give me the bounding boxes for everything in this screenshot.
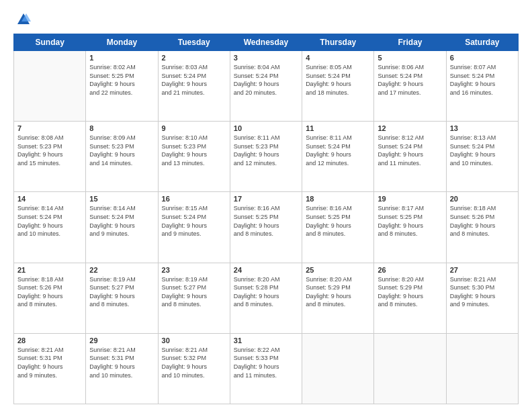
calendar-cell: 30Sunrise: 8:21 AM Sunset: 5:32 PM Dayli… [158,333,230,404]
day-info: Sunrise: 8:13 AM Sunset: 5:24 PM Dayligh… [450,134,515,167]
day-header-thursday: Thursday [302,34,374,51]
day-number: 15 [89,195,154,203]
calendar-cell: 28Sunrise: 8:21 AM Sunset: 5:31 PM Dayli… [14,333,86,404]
day-info: Sunrise: 8:20 AM Sunset: 5:29 PM Dayligh… [378,275,442,309]
day-number: 3 [234,54,298,62]
day-number: 4 [306,54,370,62]
calendar-cell: 3Sunrise: 8:04 AM Sunset: 5:24 PM Daylig… [230,51,302,122]
calendar-cell: 24Sunrise: 8:20 AM Sunset: 5:28 PM Dayli… [230,263,302,333]
calendar-cell: 5Sunrise: 8:06 AM Sunset: 5:24 PM Daylig… [374,51,446,122]
day-info: Sunrise: 8:07 AM Sunset: 5:24 PM Dayligh… [450,63,515,97]
day-info: Sunrise: 8:18 AM Sunset: 5:26 PM Dayligh… [450,204,515,238]
calendar-cell: 12Sunrise: 8:12 AM Sunset: 5:24 PM Dayli… [374,122,446,192]
day-header-friday: Friday [374,34,446,51]
day-header-monday: Monday [86,34,158,51]
day-number: 10 [234,124,298,132]
calendar-cell: 11Sunrise: 8:11 AM Sunset: 5:24 PM Dayli… [302,122,374,192]
day-info: Sunrise: 8:15 AM Sunset: 5:24 PM Dayligh… [162,204,226,238]
day-info: Sunrise: 8:03 AM Sunset: 5:24 PM Dayligh… [162,63,226,97]
calendar-cell: 10Sunrise: 8:11 AM Sunset: 5:23 PM Dayli… [230,122,302,192]
day-number: 31 [234,336,298,345]
calendar-cell [374,333,446,404]
day-info: Sunrise: 8:11 AM Sunset: 5:24 PM Dayligh… [306,134,370,167]
calendar-cell: 15Sunrise: 8:14 AM Sunset: 5:24 PM Dayli… [86,192,158,263]
day-number: 8 [89,124,154,132]
page: SundayMondayTuesdayWednesdayThursdayFrid… [0,0,532,411]
calendar-cell: 26Sunrise: 8:20 AM Sunset: 5:29 PM Dayli… [374,263,446,333]
calendar-week-row: 14Sunrise: 8:14 AM Sunset: 5:24 PM Dayli… [14,192,519,263]
day-info: Sunrise: 8:05 AM Sunset: 5:24 PM Dayligh… [306,63,370,97]
calendar-cell: 31Sunrise: 8:22 AM Sunset: 5:33 PM Dayli… [230,333,302,404]
calendar-cell: 16Sunrise: 8:15 AM Sunset: 5:24 PM Dayli… [158,192,230,263]
day-info: Sunrise: 8:02 AM Sunset: 5:25 PM Dayligh… [89,63,154,97]
calendar-table: SundayMondayTuesdayWednesdayThursdayFrid… [13,34,519,404]
day-number: 1 [89,54,154,62]
day-info: Sunrise: 8:19 AM Sunset: 5:27 PM Dayligh… [89,275,154,309]
day-number: 5 [378,54,442,62]
calendar-week-row: 28Sunrise: 8:21 AM Sunset: 5:31 PM Dayli… [14,333,519,404]
day-number: 9 [162,124,226,132]
calendar-cell: 23Sunrise: 8:19 AM Sunset: 5:27 PM Dayli… [158,263,230,333]
day-header-saturday: Saturday [446,34,518,51]
calendar-cell: 8Sunrise: 8:09 AM Sunset: 5:23 PM Daylig… [86,122,158,192]
day-info: Sunrise: 8:04 AM Sunset: 5:24 PM Dayligh… [234,63,298,97]
calendar-cell: 1Sunrise: 8:02 AM Sunset: 5:25 PM Daylig… [86,51,158,122]
day-info: Sunrise: 8:14 AM Sunset: 5:24 PM Dayligh… [89,204,154,238]
calendar-cell: 20Sunrise: 8:18 AM Sunset: 5:26 PM Dayli… [446,192,518,263]
day-number: 25 [306,266,370,274]
day-number: 19 [378,195,442,203]
calendar-cell: 13Sunrise: 8:13 AM Sunset: 5:24 PM Dayli… [446,122,518,192]
day-number: 29 [89,336,154,345]
day-number: 16 [162,195,226,203]
day-header-tuesday: Tuesday [158,34,230,51]
day-info: Sunrise: 8:21 AM Sunset: 5:31 PM Dayligh… [89,346,154,379]
logo-icon [16,12,31,27]
logo [13,12,31,27]
calendar-cell [302,333,374,404]
calendar-cell: 17Sunrise: 8:16 AM Sunset: 5:25 PM Dayli… [230,192,302,263]
day-number: 13 [450,124,515,132]
day-number: 20 [450,195,515,203]
header [13,12,519,27]
calendar-cell: 21Sunrise: 8:18 AM Sunset: 5:26 PM Dayli… [14,263,86,333]
day-number: 27 [450,266,515,274]
day-info: Sunrise: 8:18 AM Sunset: 5:26 PM Dayligh… [17,275,82,309]
day-number: 23 [162,266,226,274]
calendar-header-row: SundayMondayTuesdayWednesdayThursdayFrid… [14,34,519,51]
day-info: Sunrise: 8:21 AM Sunset: 5:30 PM Dayligh… [450,275,515,309]
day-header-sunday: Sunday [14,34,86,51]
calendar-cell: 4Sunrise: 8:05 AM Sunset: 5:24 PM Daylig… [302,51,374,122]
day-info: Sunrise: 8:09 AM Sunset: 5:23 PM Dayligh… [89,134,154,167]
day-info: Sunrise: 8:11 AM Sunset: 5:23 PM Dayligh… [234,134,298,167]
day-info: Sunrise: 8:12 AM Sunset: 5:24 PM Dayligh… [378,134,442,167]
day-number: 12 [378,124,442,132]
calendar-cell: 18Sunrise: 8:16 AM Sunset: 5:25 PM Dayli… [302,192,374,263]
day-number: 2 [162,54,226,62]
day-info: Sunrise: 8:06 AM Sunset: 5:24 PM Dayligh… [378,63,442,97]
day-info: Sunrise: 8:14 AM Sunset: 5:24 PM Dayligh… [17,204,82,238]
day-info: Sunrise: 8:20 AM Sunset: 5:29 PM Dayligh… [306,275,370,309]
day-number: 22 [89,266,154,274]
day-info: Sunrise: 8:10 AM Sunset: 5:23 PM Dayligh… [162,134,226,167]
day-info: Sunrise: 8:21 AM Sunset: 5:31 PM Dayligh… [17,346,82,379]
day-number: 11 [306,124,370,132]
day-info: Sunrise: 8:19 AM Sunset: 5:27 PM Dayligh… [162,275,226,309]
calendar-cell: 9Sunrise: 8:10 AM Sunset: 5:23 PM Daylig… [158,122,230,192]
calendar-cell: 19Sunrise: 8:17 AM Sunset: 5:25 PM Dayli… [374,192,446,263]
day-number: 17 [234,195,298,203]
calendar-cell [14,51,86,122]
calendar-cell: 14Sunrise: 8:14 AM Sunset: 5:24 PM Dayli… [14,192,86,263]
day-info: Sunrise: 8:22 AM Sunset: 5:33 PM Dayligh… [234,346,298,379]
calendar-week-row: 21Sunrise: 8:18 AM Sunset: 5:26 PM Dayli… [14,263,519,333]
calendar-cell: 6Sunrise: 8:07 AM Sunset: 5:24 PM Daylig… [446,51,518,122]
day-number: 14 [17,195,82,203]
calendar-cell [446,333,518,404]
calendar-cell: 7Sunrise: 8:08 AM Sunset: 5:23 PM Daylig… [14,122,86,192]
calendar-cell: 2Sunrise: 8:03 AM Sunset: 5:24 PM Daylig… [158,51,230,122]
day-number: 28 [17,336,82,345]
calendar-cell: 29Sunrise: 8:21 AM Sunset: 5:31 PM Dayli… [86,333,158,404]
calendar-week-row: 1Sunrise: 8:02 AM Sunset: 5:25 PM Daylig… [14,51,519,122]
day-info: Sunrise: 8:20 AM Sunset: 5:28 PM Dayligh… [234,275,298,309]
day-info: Sunrise: 8:21 AM Sunset: 5:32 PM Dayligh… [162,346,226,379]
day-number: 24 [234,266,298,274]
